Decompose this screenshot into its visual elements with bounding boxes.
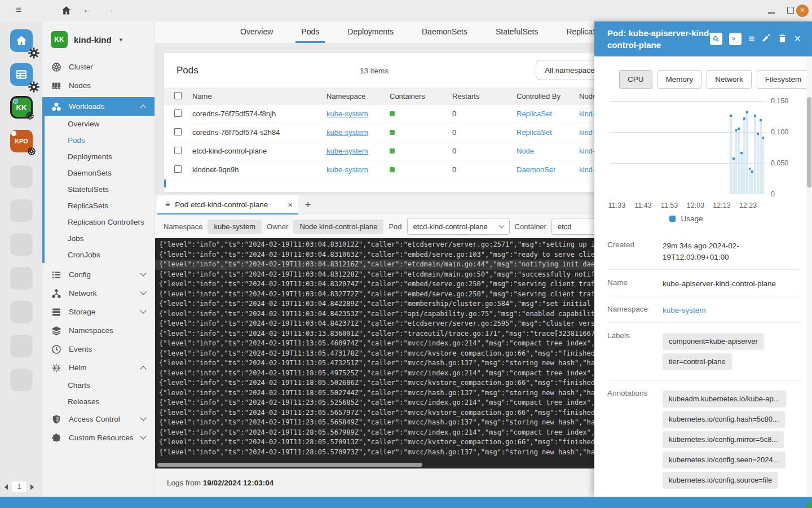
panel-title: Pods [176, 65, 198, 76]
pod-logs-icon[interactable]: ≡ [748, 33, 754, 45]
sidebar-item-nodes[interactable]: Nodes [42, 76, 155, 95]
sidebar-item-releases[interactable]: Releases [42, 393, 155, 410]
chart-bar [749, 168, 751, 194]
sidebar-item-overview[interactable]: Overview [42, 116, 155, 132]
pod-shell-icon[interactable]: >_ [729, 33, 742, 45]
close-window-button[interactable]: × [796, 5, 809, 17]
chart-legend[interactable]: Usage [594, 214, 778, 223]
pager-prev-icon[interactable] [5, 484, 8, 490]
metrics-tab-memory[interactable]: Memory [657, 70, 702, 89]
main-tab-deployments[interactable]: Deployments [342, 21, 399, 43]
cluster-placeholder [10, 369, 33, 391]
sidebar-item-network[interactable]: Network [42, 284, 155, 303]
column-restarts[interactable]: Restarts [452, 92, 479, 100]
delete-icon[interactable] [778, 33, 787, 45]
namespace-link[interactable]: kube-system [326, 165, 368, 174]
home-icon[interactable] [61, 5, 72, 16]
vertical-scrollbar[interactable] [806, 56, 812, 497]
sidebar-item-replicasets[interactable]: ReplicaSets [42, 198, 155, 214]
vertical-scrollbar-thumb[interactable] [807, 97, 811, 187]
menu-icon[interactable]: ≡ [16, 5, 21, 16]
pod-name: coredns-76f75df574-s2h84 [192, 128, 280, 137]
row-checkbox[interactable] [174, 128, 182, 135]
sidebar-item-cronjobs[interactable]: CronJobs [42, 247, 155, 263]
sidebar-item-daemonsets[interactable]: DaemonSets [42, 165, 155, 181]
controlled-by-link[interactable]: ReplicaSet [517, 128, 552, 137]
close-drawer-icon[interactable]: × [794, 32, 801, 45]
row-checkbox[interactable] [174, 165, 182, 173]
sidebar-item-helm[interactable]: HELM Helm [42, 358, 155, 377]
metrics-tab-network[interactable]: Network [707, 70, 752, 89]
owner-label: Owner [267, 222, 288, 231]
sidebar-item-deployments[interactable]: Deployments [42, 148, 155, 165]
select-all-checkbox[interactable] [174, 92, 182, 99]
svg-text:HELM: HELM [53, 366, 60, 369]
column-controlled-by[interactable]: Controlled By [517, 92, 561, 100]
namespace-link[interactable]: kube-system [326, 147, 368, 155]
gridline [610, 132, 765, 133]
main-tab-pods[interactable]: Pods [295, 21, 325, 43]
controlled-by-link[interactable]: ReplicaSet [517, 110, 552, 118]
metrics-tab-cpu[interactable]: CPU [619, 70, 652, 89]
forward-arrow-icon[interactable]: → [104, 3, 114, 16]
column-namespace[interactable]: Namespace [326, 92, 365, 100]
controlled-by-link[interactable]: DaemonSet [517, 165, 555, 174]
sidebar-item-statefulsets[interactable]: StatefulSets [42, 181, 155, 198]
sidebar-item-access-control[interactable]: Access Control [42, 410, 155, 428]
close-tab-icon[interactable]: × [288, 200, 293, 209]
x-tick-label: 12:23 [737, 202, 760, 209]
edit-icon[interactable] [761, 33, 771, 45]
pager-next-icon[interactable] [30, 484, 34, 490]
cluster-button-kpo[interactable]: KPO [10, 130, 33, 152]
row-checkbox[interactable] [174, 110, 182, 117]
x-tick-label: 11:43 [632, 202, 655, 209]
column-containers[interactable]: Containers [390, 92, 425, 100]
main-tab-overview[interactable]: Overview [235, 21, 279, 43]
sidebar-item-workloads[interactable]: Workloads [42, 97, 155, 116]
sidebar-item-events[interactable]: Events [42, 340, 155, 358]
sidebar-item-storage[interactable]: Storage [42, 303, 155, 321]
sidebar-item-charts[interactable]: Charts [42, 377, 155, 393]
horizontal-scrollbar-thumb[interactable] [157, 463, 422, 467]
status-green-dot [806, 502, 812, 508]
namespace-link[interactable]: kube-system [326, 110, 368, 118]
cpu-chart-plot: 0.1500.1000.050011:3311:4311:5312:0312:1… [610, 101, 765, 194]
chart-bar [743, 117, 745, 194]
detail-link[interactable]: kube-system [663, 306, 706, 314]
cluster-button-kind-kind[interactable]: KK [10, 96, 33, 119]
row-checkbox[interactable] [174, 147, 182, 154]
sidebar-item-config[interactable]: Config [42, 265, 155, 284]
sidebar-item-custom-resources[interactable]: Custom Resources [42, 428, 155, 447]
controlled-by-link[interactable]: Node [517, 147, 534, 155]
network-icon [51, 288, 61, 299]
sidebar-item-jobs[interactable]: Jobs [42, 230, 155, 247]
pod-select[interactable]: etcd-kind-control-plane [407, 218, 510, 235]
cluster-sidebar: KK kind-kind ▾ Cluster Nodes Workloads O… [42, 21, 155, 497]
inspect-icon[interactable] [710, 33, 722, 45]
chart-bar [754, 115, 756, 194]
cluster-switcher[interactable]: KK kind-kind ▾ [42, 21, 155, 58]
catalog-list-button[interactable] [10, 63, 33, 86]
storage-icon [51, 307, 61, 317]
sidebar-item-pods[interactable]: Pods [42, 132, 155, 148]
metrics-tab-filesystem[interactable]: Filesystem [757, 70, 810, 89]
main-tab-daemonsets[interactable]: DaemonSets [416, 21, 473, 43]
maximize-button[interactable] [787, 7, 794, 14]
events-icon [51, 344, 61, 354]
main-tab-statefulsets[interactable]: StatefulSets [490, 21, 544, 43]
cluster-initials: KPO [15, 138, 28, 144]
cluster-placeholder [10, 335, 33, 357]
column-name[interactable]: Name [192, 92, 212, 100]
catalog-home-button[interactable] [10, 29, 33, 52]
sidebar-item-replication-controllers[interactable]: Replication Controllers [42, 214, 155, 230]
logs-icon: ≡ [165, 200, 170, 209]
sidebar-item-cluster[interactable]: Cluster [42, 58, 155, 76]
minimize-button[interactable] [768, 6, 775, 14]
dock-tab-logs[interactable]: ≡ Pod etcd-kind-control-plane × [157, 195, 298, 214]
cluster-placeholder [10, 199, 33, 222]
back-arrow-icon[interactable]: ← [82, 3, 93, 16]
namespace-link[interactable]: kube-system [326, 128, 368, 137]
new-tab-button[interactable]: + [298, 195, 317, 214]
detail-value: kubeadm.kubernetes.io/kube-ap...kubernet… [663, 387, 800, 492]
sidebar-item-namespaces[interactable]: Namespaces [42, 321, 155, 340]
